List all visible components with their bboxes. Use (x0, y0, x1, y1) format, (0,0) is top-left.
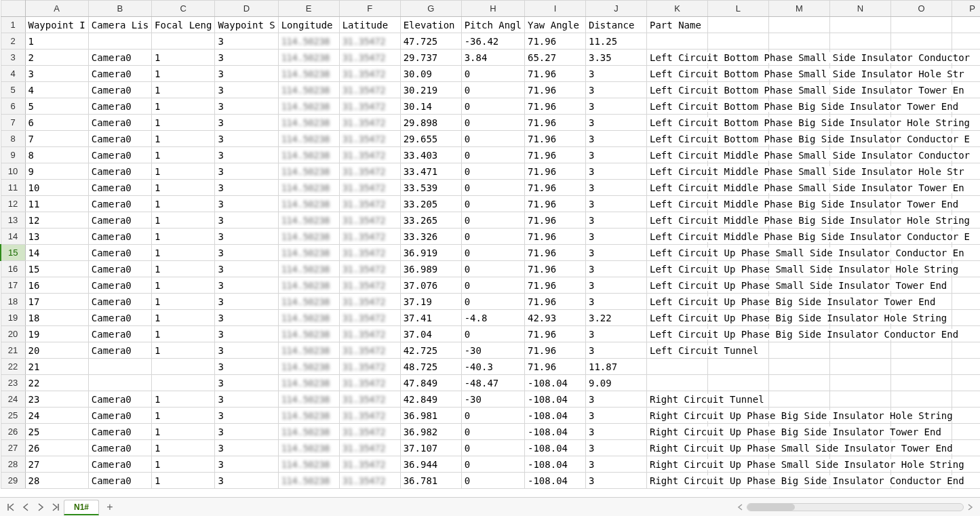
cell[interactable]: 114.50238 (278, 342, 339, 359)
cell[interactable]: 114.50238 (278, 131, 339, 147)
column-header-F[interactable]: F (339, 1, 400, 17)
cell[interactable]: 11 (25, 196, 88, 212)
cell[interactable]: 3 (215, 375, 278, 391)
cell[interactable] (890, 424, 952, 440)
row-header[interactable]: 27 (1, 440, 25, 456)
cell[interactable]: 3 (585, 277, 646, 294)
cell[interactable] (952, 180, 980, 196)
cell[interactable] (707, 180, 768, 196)
cell[interactable] (952, 66, 980, 82)
cell[interactable] (707, 408, 768, 424)
cell[interactable] (890, 163, 952, 180)
cell[interactable] (829, 229, 890, 245)
cell[interactable]: 71.96 (524, 147, 585, 163)
cell[interactable]: 0 (461, 326, 524, 342)
cell[interactable]: Left Circuit Bottom Phase Big Side Insul… (646, 131, 707, 147)
column-header-H[interactable]: H (461, 1, 524, 17)
cell[interactable]: 29.737 (400, 49, 461, 66)
cell[interactable]: 33.326 (400, 229, 461, 245)
add-sheet-button[interactable]: + (103, 500, 117, 514)
cell[interactable] (829, 342, 890, 359)
cell[interactable]: 1 (152, 212, 215, 229)
cell[interactable]: 36.989 (400, 261, 461, 277)
select-all-corner[interactable] (1, 1, 25, 17)
cell[interactable] (768, 277, 829, 294)
cell[interactable] (707, 147, 768, 163)
cell[interactable] (707, 131, 768, 147)
cell[interactable] (707, 277, 768, 294)
cell[interactable]: 1 (152, 277, 215, 294)
cell[interactable] (829, 440, 890, 456)
cell[interactable]: Left Circuit Up Phase Small Side Insulat… (646, 277, 707, 294)
cell[interactable]: 114.50238 (278, 391, 339, 408)
cell[interactable] (707, 115, 768, 131)
cell[interactable] (890, 342, 952, 359)
cell[interactable]: 3 (215, 473, 278, 489)
cell[interactable] (890, 310, 952, 326)
row-header[interactable]: 23 (1, 375, 25, 391)
cell[interactable]: Camera0 (88, 196, 151, 212)
cell[interactable]: 71.96 (524, 245, 585, 261)
cell[interactable]: 31.35472 (339, 163, 400, 180)
cell[interactable] (890, 391, 952, 408)
cell[interactable] (829, 98, 890, 115)
cell[interactable]: 0 (461, 473, 524, 489)
cell[interactable]: 0 (461, 245, 524, 261)
cell[interactable]: 14 (25, 245, 88, 261)
cell[interactable]: 1 (152, 98, 215, 115)
cell[interactable] (890, 473, 952, 489)
cell[interactable]: 7 (25, 131, 88, 147)
cell[interactable]: 3 (215, 49, 278, 66)
column-header-C[interactable]: C (152, 1, 215, 17)
cell[interactable]: 0 (461, 66, 524, 82)
cell[interactable] (707, 456, 768, 473)
cell[interactable]: 71.96 (524, 294, 585, 310)
cell[interactable] (890, 245, 952, 261)
cell[interactable] (646, 375, 707, 391)
cell[interactable]: 3 (215, 229, 278, 245)
cell[interactable]: Left Circuit Middle Phase Big Side Insul… (646, 212, 707, 229)
cell[interactable]: 17 (25, 294, 88, 310)
cell[interactable] (707, 196, 768, 212)
cell[interactable]: Waypoint I (25, 17, 88, 33)
cell[interactable] (768, 440, 829, 456)
cell[interactable]: 42.93 (524, 310, 585, 326)
hscroll-track[interactable] (747, 503, 964, 511)
cell[interactable]: 114.50238 (278, 294, 339, 310)
cell[interactable]: Left Circuit Middle Phase Big Side Insul… (646, 229, 707, 245)
cell[interactable] (952, 277, 980, 294)
cell[interactable]: 20 (25, 342, 88, 359)
cell[interactable]: 31.35472 (339, 359, 400, 375)
cell[interactable]: 3 (585, 473, 646, 489)
cell[interactable]: Camera0 (88, 440, 151, 456)
cell[interactable]: Camera0 (88, 98, 151, 115)
cell[interactable] (890, 33, 952, 49)
cell[interactable] (890, 180, 952, 196)
cell[interactable]: 31.35472 (339, 49, 400, 66)
cell[interactable]: 29.655 (400, 131, 461, 147)
cell[interactable]: Camera0 (88, 147, 151, 163)
cell[interactable] (952, 33, 980, 49)
cell[interactable]: 3 (215, 131, 278, 147)
cell[interactable]: 1 (25, 33, 88, 49)
cell[interactable]: 31.35472 (339, 326, 400, 342)
cell[interactable] (768, 147, 829, 163)
cell[interactable]: Right Circuit Up Phase Small Side Insula… (646, 440, 707, 456)
cell[interactable] (890, 66, 952, 82)
cell[interactable]: 0 (461, 456, 524, 473)
cell[interactable] (768, 310, 829, 326)
cell[interactable]: 3 (585, 66, 646, 82)
cell[interactable]: 71.96 (524, 229, 585, 245)
row-header[interactable]: 19 (1, 310, 25, 326)
cell[interactable]: 3 (585, 180, 646, 196)
cell[interactable]: 3 (215, 391, 278, 408)
cell[interactable]: 36.919 (400, 245, 461, 261)
cell[interactable] (952, 196, 980, 212)
cell[interactable]: Camera0 (88, 456, 151, 473)
cell[interactable]: 71.96 (524, 326, 585, 342)
cell[interactable]: 3 (215, 359, 278, 375)
cell[interactable]: 36.781 (400, 473, 461, 489)
cell[interactable]: Left Circuit Up Phase Big Side Insulator… (646, 326, 707, 342)
cell[interactable] (707, 294, 768, 310)
row-header[interactable]: 8 (1, 131, 25, 147)
